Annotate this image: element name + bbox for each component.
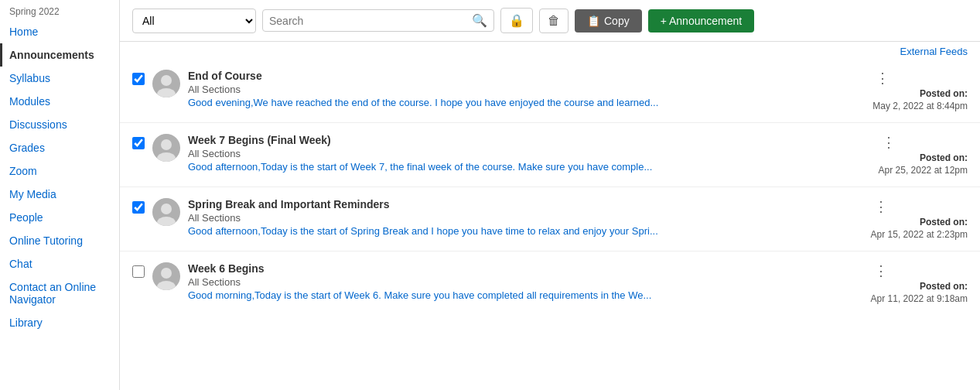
announcement-sections-1: All Sections	[188, 84, 865, 95]
avatar-2	[152, 134, 180, 162]
announcement-item: Spring Break and Important Reminders All…	[120, 187, 980, 251]
three-dots-menu-3[interactable]: ⋮	[871, 198, 891, 215]
announcement-body-2: Week 7 Begins (Final Week) All Sections …	[188, 134, 871, 173]
announcement-sections-2: All Sections	[188, 148, 871, 159]
add-announcement-button[interactable]: + Announcement	[648, 9, 754, 32]
announcement-date-2: Posted on: Apr 25, 2022 at 12pm	[879, 152, 968, 176]
announcement-checkbox-4[interactable]	[132, 265, 145, 278]
announcement-body-3: Spring Break and Important Reminders All…	[188, 198, 863, 237]
announcement-preview-3[interactable]: Good afternoon,Today is the start of Spr…	[188, 225, 863, 237]
announcement-date-3: Posted on: Apr 15, 2022 at 2:23pm	[871, 217, 968, 240]
sidebar-item-grades[interactable]: Grades	[0, 136, 119, 159]
avatar-4	[152, 262, 180, 290]
announcement-checkbox-1[interactable]	[132, 73, 145, 85]
search-icon: 🔍	[472, 13, 487, 28]
search-wrap: 🔍	[262, 9, 494, 32]
trash-icon: 🗑	[548, 14, 560, 27]
sidebar-item-modules[interactable]: Modules	[0, 90, 119, 113]
svg-point-4	[161, 139, 172, 150]
announcement-item: Week 6 Begins All Sections Good morning,…	[120, 251, 980, 315]
announcement-preview-1[interactable]: Good evening,We have reached the end of …	[188, 97, 865, 108]
copy-icon: 📋	[587, 15, 600, 27]
sidebar-item-discussions[interactable]: Discussions	[0, 113, 119, 136]
announcement-preview-4[interactable]: Good morning,Today is the start of Week …	[188, 289, 863, 301]
sidebar: Spring 2022 Home Announcements Syllabus …	[0, 0, 120, 390]
sidebar-item-online-tutoring[interactable]: Online Tutoring	[0, 229, 119, 252]
sidebar-item-people[interactable]: People	[0, 206, 119, 229]
announcement-meta-4: ⋮ Posted on: Apr 11, 2022 at 9:18am	[871, 262, 968, 304]
three-dots-menu-4[interactable]: ⋮	[871, 262, 891, 279]
announcement-body-1: End of Course All Sections Good evening,…	[188, 70, 865, 108]
sidebar-item-home[interactable]: Home	[0, 20, 119, 43]
announcement-sections-4: All Sections	[188, 276, 863, 288]
svg-point-1	[161, 75, 172, 86]
sidebar-item-library[interactable]: Library	[0, 311, 119, 334]
announcement-item: Week 7 Begins (Final Week) All Sections …	[120, 123, 980, 187]
announcement-title-1[interactable]: End of Course	[188, 70, 865, 82]
svg-point-10	[161, 268, 172, 279]
announcement-date-4: Posted on: Apr 11, 2022 at 9:18am	[871, 281, 968, 304]
external-feeds-row: External Feeds	[120, 42, 980, 59]
filter-select[interactable]: All Unread Read	[132, 9, 256, 33]
sidebar-item-zoom[interactable]: Zoom	[0, 159, 119, 183]
sidebar-item-announcements[interactable]: Announcements	[0, 43, 119, 67]
announcement-title-3[interactable]: Spring Break and Important Reminders	[188, 198, 863, 210]
announcement-item: End of Course All Sections Good evening,…	[120, 59, 980, 123]
lock-icon: 🔒	[509, 14, 524, 27]
three-dots-menu-1[interactable]: ⋮	[872, 70, 893, 87]
toolbar: All Unread Read 🔍 🔒 🗑 📋 Copy + Announcem…	[120, 0, 980, 42]
three-dots-menu-2[interactable]: ⋮	[879, 134, 899, 151]
sidebar-item-chat[interactable]: Chat	[0, 252, 119, 275]
announcement-preview-2[interactable]: Good afternoon,Today is the start of Wee…	[188, 161, 871, 173]
announcement-meta-3: ⋮ Posted on: Apr 15, 2022 at 2:23pm	[871, 198, 968, 240]
course-label: Spring 2022	[0, 0, 119, 20]
announcement-sections-3: All Sections	[188, 212, 863, 224]
avatar-1	[152, 70, 180, 98]
announcement-meta-2: ⋮ Posted on: Apr 25, 2022 at 12pm	[879, 134, 968, 176]
search-input[interactable]	[269, 15, 472, 27]
announcement-title-2[interactable]: Week 7 Begins (Final Week)	[188, 134, 871, 146]
copy-button[interactable]: 📋 Copy	[575, 9, 642, 32]
announcements-list: End of Course All Sections Good evening,…	[120, 59, 980, 390]
external-feeds-link[interactable]: External Feeds	[900, 46, 968, 57]
svg-point-7	[161, 204, 172, 214]
sidebar-item-contact-navigator[interactable]: Contact an Online Navigator	[0, 275, 119, 311]
delete-button[interactable]: 🗑	[539, 9, 569, 33]
sidebar-item-syllabus[interactable]: Syllabus	[0, 67, 119, 90]
lock-button[interactable]: 🔒	[500, 8, 533, 33]
avatar-3	[152, 198, 180, 226]
main-content: All Unread Read 🔍 🔒 🗑 📋 Copy + Announcem…	[120, 0, 980, 390]
sidebar-nav: Home Announcements Syllabus Modules Disc…	[0, 20, 119, 334]
announcement-body-4: Week 6 Begins All Sections Good morning,…	[188, 262, 863, 301]
announcement-checkbox-3[interactable]	[132, 201, 145, 214]
announcement-title-4[interactable]: Week 6 Begins	[188, 262, 863, 275]
announcement-checkbox-2[interactable]	[132, 137, 145, 149]
announcement-meta-1: ⋮ Posted on: May 2, 2022 at 8:44pm	[872, 70, 968, 111]
announcement-date-1: Posted on: May 2, 2022 at 8:44pm	[872, 88, 968, 111]
sidebar-item-mymedia[interactable]: My Media	[0, 183, 119, 206]
